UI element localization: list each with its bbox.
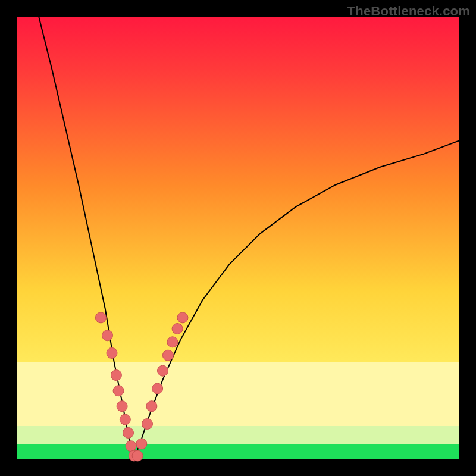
marker-dot — [126, 441, 136, 452]
marker-dot — [123, 427, 134, 438]
curve-curve-right — [134, 140, 459, 459]
marker-dot — [142, 419, 153, 430]
marker-dot — [172, 324, 183, 334]
marker-dot — [107, 347, 117, 358]
curve-layer — [17, 17, 459, 459]
marker-dot — [111, 370, 121, 381]
marker-dot — [95, 312, 106, 323]
marker-dot — [152, 383, 163, 394]
marker-dot — [113, 386, 124, 396]
marker-dot — [132, 450, 143, 461]
watermark-text: TheBottleneck.com — [347, 4, 470, 19]
plot-area — [17, 17, 459, 459]
marker-dot — [146, 401, 157, 412]
marker-dot — [102, 330, 113, 341]
marker-dot — [177, 312, 188, 323]
chart-frame: TheBottleneck.com — [0, 0, 476, 476]
marker-dot — [162, 350, 173, 361]
marker-dot — [167, 337, 178, 347]
marker-dot — [120, 414, 130, 425]
marker-dot — [117, 401, 127, 412]
marker-dot — [136, 439, 147, 449]
marker-dot — [158, 365, 168, 376]
